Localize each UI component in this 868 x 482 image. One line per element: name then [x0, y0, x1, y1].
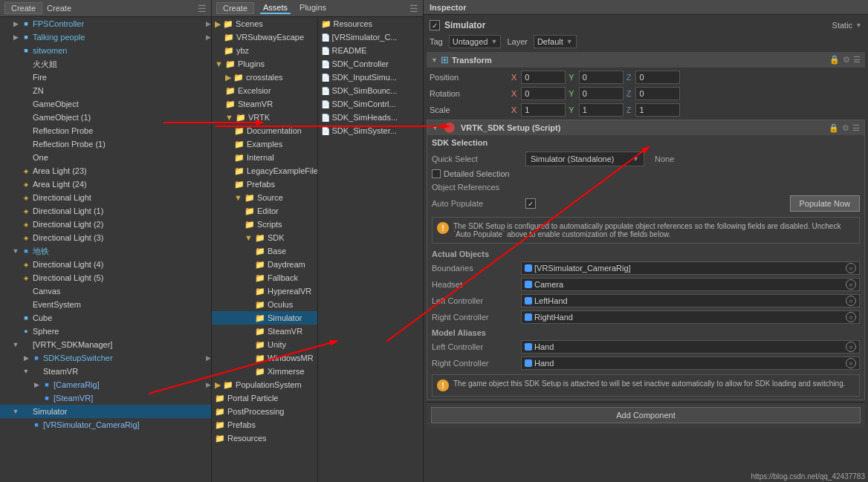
boundaries-select-btn[interactable]: ○	[846, 263, 856, 273]
populate-now-button[interactable]: Populate Now	[790, 195, 861, 212]
list-item[interactable]: ▶ 📁 crosstales	[212, 71, 317, 84]
tab-plugins[interactable]: Plugins	[297, 2, 329, 14]
hierarchy-create-button[interactable]: Create	[4, 2, 42, 14]
list-item[interactable]: 📁 LegacyExampleFiles	[212, 164, 317, 178]
expand-arrow[interactable]	[10, 33, 21, 41]
position-x-input[interactable]	[521, 71, 566, 84]
right-ctrl-select-btn[interactable]: ○	[846, 312, 856, 322]
list-item[interactable]: ■ Cube	[0, 311, 211, 325]
list-item[interactable]: ◈ Area Light (24)	[0, 178, 211, 191]
detailed-selection-checkbox[interactable]	[432, 169, 441, 178]
list-item[interactable]: ■ [SteamVR]	[0, 391, 211, 405]
scale-z-input[interactable]	[635, 103, 680, 117]
list-item[interactable]: 📄 SDK_InputSimu...	[318, 71, 424, 84]
list-item[interactable]: Reflection Probe (1)	[0, 137, 211, 151]
list-item[interactable]: 📁 Documentation	[212, 124, 317, 137]
list-item[interactable]: ● Sphere	[0, 325, 211, 338]
model-left-ctrl-select-btn[interactable]: ○	[846, 342, 856, 352]
list-item[interactable]: 📁 HyperealVR	[212, 284, 317, 298]
transform-lock-icon[interactable]: 🔒	[829, 55, 840, 65]
list-item[interactable]: ■ [VRSimulator_CameraRig]	[0, 418, 211, 431]
list-item[interactable]: Fire	[0, 71, 211, 84]
list-item[interactable]: Simulator	[0, 405, 211, 418]
script-lock-icon[interactable]: 🔒	[829, 123, 839, 133]
list-item[interactable]: ◈ Area Light (23)	[0, 164, 211, 178]
auto-populate-checkbox[interactable]	[525, 198, 536, 209]
script-settings-icon[interactable]: ⚙	[842, 123, 849, 133]
list-item[interactable]: 📄 SDK_SimContrl...	[318, 97, 424, 111]
list-item[interactable]: ▼ 📁 Source	[212, 191, 317, 204]
list-item[interactable]: ▶ 📁 PopulationSystem	[212, 378, 317, 391]
expand-arrow[interactable]	[10, 408, 21, 415]
list-item[interactable]: One	[0, 151, 211, 164]
list-item[interactable]: ZN	[0, 84, 211, 97]
list-item[interactable]: 📁 Excelsior	[212, 84, 317, 97]
list-item[interactable]: ■ [CameraRig] ▶	[0, 378, 211, 391]
list-item[interactable]: 📄 README	[318, 44, 424, 57]
list-item[interactable]: 📁 Unity	[212, 338, 317, 351]
list-item[interactable]: 📁 SteamVR	[212, 97, 317, 111]
headset-select-btn[interactable]: ○	[846, 279, 856, 290]
layer-dropdown[interactable]: Default ▼	[534, 35, 577, 48]
list-item[interactable]: 📁 Internal	[212, 151, 317, 164]
hierarchy-menu-icon[interactable]: ☰	[198, 3, 207, 14]
script-section-header[interactable]: ▼ VRTK_SDK Setup (Script) 🔒 ⚙ ☰	[427, 120, 864, 135]
list-item[interactable]: 📄 SDK_Controller	[318, 57, 424, 71]
list-item[interactable]: 📄 SDK_SimSyster...	[318, 124, 424, 137]
list-item[interactable]: ■ Talking people ▶	[0, 30, 211, 44]
list-item[interactable]: 📁 VRSubwayEscape	[212, 30, 317, 44]
list-item[interactable]: EventSystem	[0, 298, 211, 311]
transform-settings-icon[interactable]: ⚙	[843, 55, 850, 65]
static-dropdown-icon[interactable]: ▼	[855, 22, 862, 29]
model-right-ctrl-select-btn[interactable]: ○	[846, 358, 856, 368]
left-ctrl-select-btn[interactable]: ○	[846, 296, 856, 306]
list-item[interactable]: 📁 Fallback	[212, 271, 317, 284]
list-item[interactable]: 📁 Portal Particle	[212, 391, 317, 405]
transform-menu-icon[interactable]: ☰	[853, 55, 861, 65]
list-item[interactable]: 📁 Resources	[212, 431, 317, 445]
expand-arrow[interactable]	[10, 341, 21, 348]
expand-arrow[interactable]	[21, 354, 31, 362]
list-item[interactable]: ◈ Directional Light	[0, 191, 211, 204]
list-item[interactable]: 📁 Base	[212, 244, 317, 258]
position-y-input[interactable]	[579, 71, 624, 84]
rotation-x-input[interactable]	[521, 87, 566, 100]
list-item[interactable]: ◈ Directional Light (1)	[0, 204, 211, 218]
script-menu-icon[interactable]: ☰	[852, 123, 860, 133]
list-item[interactable]: ◈ Directional Light (2)	[0, 218, 211, 231]
position-z-input[interactable]	[635, 71, 680, 84]
list-item[interactable]: 📁 Resources	[318, 17, 424, 30]
list-item[interactable]: Canvas	[0, 284, 211, 298]
rotation-z-input[interactable]	[635, 87, 680, 100]
expand-arrow[interactable]	[10, 20, 21, 27]
list-item[interactable]: ▼ 📁 Plugins	[212, 57, 317, 71]
tag-dropdown[interactable]: Untagged ▼	[449, 35, 502, 48]
list-item[interactable]: 📁 Ximmerse	[212, 365, 317, 378]
list-item[interactable]: SteamVR	[0, 365, 211, 378]
list-item[interactable]: 📁 Examples	[212, 137, 317, 151]
add-component-button[interactable]: Add Component	[431, 407, 861, 423]
list-item[interactable]: ▼ 📁 VRTK	[212, 111, 317, 124]
list-item[interactable]: 📁 ybz	[212, 44, 317, 57]
list-item[interactable]: [VRTK_SDKManager]	[0, 338, 211, 351]
active-checkbox[interactable]	[430, 20, 440, 30]
list-item[interactable]: 📁 Editor	[212, 204, 317, 218]
list-item[interactable]: 📁 Daydream	[212, 258, 317, 271]
list-item[interactable]: 📁 Oculus	[212, 298, 317, 311]
list-item[interactable]: 📁 Simulator	[212, 311, 317, 325]
list-item[interactable]: 📁 PostProcessing	[212, 405, 317, 418]
expand-arrow[interactable]	[10, 247, 21, 255]
list-item[interactable]: ◈ Directional Light (5)	[0, 271, 211, 284]
list-item[interactable]: Reflection Probe	[0, 124, 211, 137]
tab-assets[interactable]: Assets	[260, 2, 291, 14]
transform-section-header[interactable]: ▼ ⊞ Transform 🔒 ⚙ ☰	[427, 52, 865, 68]
list-item[interactable]: 📁 Scripts	[212, 218, 317, 231]
list-item[interactable]: ■ sitwomen	[0, 44, 211, 57]
scale-x-input[interactable]	[521, 103, 566, 117]
list-item[interactable]: ■ 地铁	[0, 244, 211, 258]
list-item[interactable]: 📄 SDK_SimBounc...	[318, 84, 424, 97]
list-item[interactable]: ▶ 📁 Scenes	[212, 17, 317, 30]
list-item[interactable]: 📄 SDK_SimHeads...	[318, 111, 424, 124]
expand-arrow[interactable]	[21, 368, 31, 375]
rotation-y-input[interactable]	[579, 87, 624, 100]
